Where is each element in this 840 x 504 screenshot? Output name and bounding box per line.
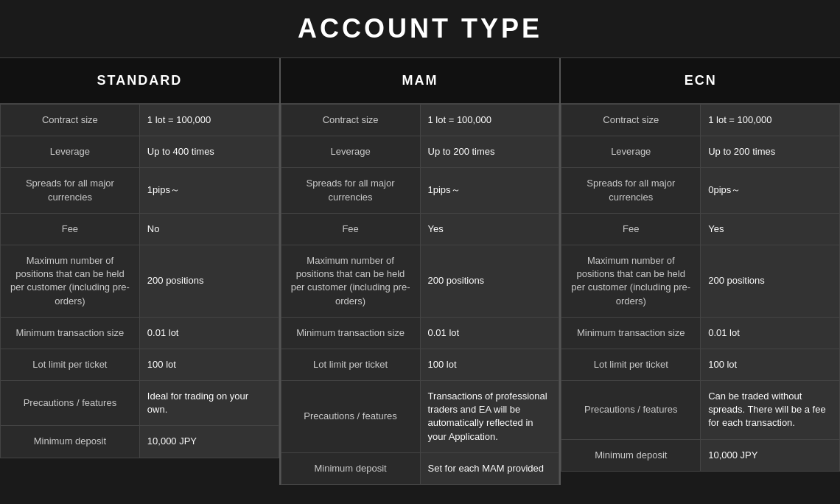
table-row: Precautions / featuresTransactions of pr… xyxy=(281,381,559,453)
row-label: Leverage xyxy=(281,136,420,168)
row-value: Ideal for trading on your own. xyxy=(139,381,279,426)
row-label: Maximum number of positions that can be … xyxy=(1,245,140,317)
row-value: 1 lot = 100,000 xyxy=(420,105,559,136)
row-label: Contract size xyxy=(281,105,420,136)
row-label: Lot limit per ticket xyxy=(561,349,701,380)
row-value: 1pips～ xyxy=(139,168,279,213)
row-label: Precautions / features xyxy=(1,381,140,426)
row-label: Minimum deposit xyxy=(561,439,701,471)
table-row: Precautions / featuresCan be traded with… xyxy=(561,381,840,440)
account-column-ecn: ECNContract size1 lot = 100,000LeverageU… xyxy=(561,58,840,485)
row-label: Maximum number of positions that can be … xyxy=(561,245,701,317)
row-label: Leverage xyxy=(1,136,140,168)
column-header-ecn: ECN xyxy=(561,58,840,104)
row-value: No xyxy=(139,213,279,245)
row-value: 200 positions xyxy=(701,245,840,317)
table-row: FeeYes xyxy=(281,213,559,245)
row-label: Lot limit per ticket xyxy=(1,349,140,380)
row-label: Contract size xyxy=(1,105,140,136)
row-value: 1 lot = 100,000 xyxy=(701,105,840,136)
table-row: Lot limit per ticket100 lot xyxy=(1,349,279,380)
table-row: FeeNo xyxy=(1,213,279,245)
table-row: Maximum number of positions that can be … xyxy=(1,245,279,317)
table-row: Minimum depositSet for each MAM provided xyxy=(281,452,559,484)
row-value: Up to 200 times xyxy=(701,136,840,168)
table-row: LeverageUp to 200 times xyxy=(561,136,840,168)
row-value: 200 positions xyxy=(420,245,559,317)
table-row: Contract size1 lot = 100,000 xyxy=(1,105,279,136)
row-value: Transactions of professional traders and… xyxy=(420,381,559,453)
row-label: Minimum transaction size xyxy=(1,317,140,349)
table-row: Minimum transaction size0.01 lot xyxy=(281,317,559,349)
title-section: ACCOUNT TYPE xyxy=(0,0,840,57)
table-row: Contract size1 lot = 100,000 xyxy=(561,105,840,136)
table-row: Precautions / featuresIdeal for trading … xyxy=(1,381,279,426)
row-value: Set for each MAM provided xyxy=(420,452,559,484)
row-value: Yes xyxy=(701,213,840,245)
row-value: 0pips～ xyxy=(701,168,840,213)
account-table-section: STANDARDContract size1 lot = 100,000Leve… xyxy=(0,57,840,485)
row-value: Can be traded without spreads. There wil… xyxy=(701,381,840,440)
row-label: Minimum deposit xyxy=(281,452,420,484)
row-label: Minimum transaction size xyxy=(561,317,701,349)
row-label: Precautions / features xyxy=(281,381,420,453)
table-row: Minimum deposit10,000 JPY xyxy=(1,426,279,458)
table-row: Minimum transaction size0.01 lot xyxy=(561,317,840,349)
inner-table-mam: Contract size1 lot = 100,000LeverageUp t… xyxy=(281,104,560,485)
column-header-standard: STANDARD xyxy=(0,58,279,104)
row-value: 1 lot = 100,000 xyxy=(139,105,279,136)
row-label: Spreads for all major currencies xyxy=(561,168,701,213)
row-value: 100 lot xyxy=(139,349,279,380)
table-row: Spreads for all major currencies1pips～ xyxy=(281,168,559,213)
row-value: Yes xyxy=(420,213,559,245)
table-row: Spreads for all major currencies0pips～ xyxy=(561,168,840,213)
row-value: 200 positions xyxy=(139,245,279,317)
row-label: Leverage xyxy=(561,136,701,168)
row-label: Fee xyxy=(281,213,420,245)
row-value: 0.01 lot xyxy=(139,317,279,349)
table-row: Lot limit per ticket100 lot xyxy=(281,349,559,380)
row-value: Up to 400 times xyxy=(139,136,279,168)
table-row: Minimum transaction size0.01 lot xyxy=(1,317,279,349)
row-label: Lot limit per ticket xyxy=(281,349,420,380)
column-header-mam: MAM xyxy=(281,58,560,104)
table-row: Contract size1 lot = 100,000 xyxy=(281,105,559,136)
inner-table-standard: Contract size1 lot = 100,000LeverageUp t… xyxy=(0,104,279,458)
table-row: Spreads for all major currencies1pips～ xyxy=(1,168,279,213)
account-column-standard: STANDARDContract size1 lot = 100,000Leve… xyxy=(0,58,281,485)
table-row: Minimum deposit10,000 JPY xyxy=(561,439,840,471)
row-value: 100 lot xyxy=(420,349,559,380)
row-label: Spreads for all major currencies xyxy=(1,168,140,213)
row-label: Fee xyxy=(1,213,140,245)
inner-table-ecn: Contract size1 lot = 100,000LeverageUp t… xyxy=(561,104,840,472)
row-value: Up to 200 times xyxy=(420,136,559,168)
table-row: FeeYes xyxy=(561,213,840,245)
table-row: LeverageUp to 400 times xyxy=(1,136,279,168)
row-label: Minimum deposit xyxy=(1,426,140,458)
row-label: Spreads for all major currencies xyxy=(281,168,420,213)
row-label: Precautions / features xyxy=(561,381,701,440)
row-label: Fee xyxy=(561,213,701,245)
row-value: 0.01 lot xyxy=(420,317,559,349)
row-value: 10,000 JPY xyxy=(139,426,279,458)
row-label: Maximum number of positions that can be … xyxy=(281,245,420,317)
row-label: Minimum transaction size xyxy=(281,317,420,349)
row-value: 0.01 lot xyxy=(701,317,840,349)
table-row: Lot limit per ticket100 lot xyxy=(561,349,840,380)
row-value: 10,000 JPY xyxy=(701,439,840,471)
table-row: Maximum number of positions that can be … xyxy=(561,245,840,317)
account-column-mam: MAMContract size1 lot = 100,000LeverageU… xyxy=(281,58,561,485)
row-label: Contract size xyxy=(561,105,701,136)
table-row: Maximum number of positions that can be … xyxy=(281,245,559,317)
row-value: 100 lot xyxy=(701,349,840,380)
row-value: 1pips～ xyxy=(420,168,559,213)
table-row: LeverageUp to 200 times xyxy=(281,136,559,168)
page-title: ACCOUNT TYPE xyxy=(0,13,840,44)
